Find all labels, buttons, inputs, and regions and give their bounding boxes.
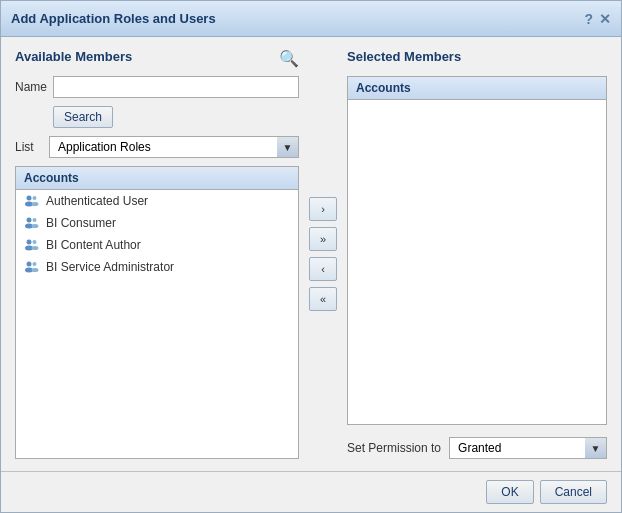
selected-members-title: Selected Members [347, 49, 461, 64]
right-panel-header: Selected Members [347, 49, 607, 68]
move-all-left-button[interactable]: « [309, 287, 337, 311]
move-right-button[interactable]: › [309, 197, 337, 221]
dialog-title: Add Application Roles and Users [11, 11, 216, 26]
svg-point-3 [32, 202, 39, 206]
svg-point-11 [32, 246, 39, 250]
name-row: Name [15, 76, 299, 98]
list-row: List Application Roles ▼ [15, 136, 299, 158]
permission-dropdown[interactable]: Granted Denied [449, 437, 607, 459]
user-group-icon [24, 215, 40, 231]
cancel-button[interactable]: Cancel [540, 480, 607, 504]
svg-point-0 [27, 196, 32, 201]
list-item-label: Authenticated User [46, 194, 148, 208]
available-members-title: Available Members [15, 49, 132, 64]
name-input[interactable] [53, 76, 299, 98]
close-icon[interactable]: ✕ [599, 11, 611, 27]
svg-point-14 [33, 262, 37, 266]
right-panel: Selected Members Accounts Set Permission… [347, 49, 607, 459]
user-group-icon [24, 237, 40, 253]
ok-button[interactable]: OK [486, 480, 533, 504]
available-members-header: Accounts [16, 167, 298, 190]
dialog: Add Application Roles and Users ? ✕ Avai… [0, 0, 622, 513]
list-dropdown[interactable]: Application Roles [49, 136, 299, 158]
list-item[interactable]: BI Service Administrator [16, 256, 298, 278]
permission-dropdown-wrapper: Granted Denied ▼ [449, 437, 607, 459]
move-left-button[interactable]: ‹ [309, 257, 337, 281]
selected-members-header: Accounts [348, 77, 606, 100]
list-item-label: BI Consumer [46, 216, 116, 230]
list-dropdown-wrapper: Application Roles ▼ [49, 136, 299, 158]
svg-point-6 [33, 218, 37, 222]
svg-point-4 [27, 218, 32, 223]
available-members-list: Accounts Authenticated User [15, 166, 299, 459]
left-panel-header: Available Members 🔍 [15, 49, 299, 68]
selected-members-list: Accounts [347, 76, 607, 425]
permission-row: Set Permission to Granted Denied ▼ [347, 437, 607, 459]
search-magnifier-icon[interactable]: 🔍 [279, 49, 299, 68]
svg-point-7 [32, 224, 39, 228]
search-button[interactable]: Search [53, 106, 113, 128]
svg-point-15 [32, 268, 39, 272]
middle-panel: › » ‹ « [307, 49, 339, 459]
left-panel: Available Members 🔍 Name Search List App… [15, 49, 299, 459]
dialog-body: Available Members 🔍 Name Search List App… [1, 37, 621, 471]
list-item[interactable]: BI Content Author [16, 234, 298, 256]
search-row: Search [15, 106, 299, 128]
list-item[interactable]: BI Consumer [16, 212, 298, 234]
svg-point-8 [27, 240, 32, 245]
list-item[interactable]: Authenticated User [16, 190, 298, 212]
list-item-label: BI Content Author [46, 238, 141, 252]
user-group-icon [24, 259, 40, 275]
dialog-footer: OK Cancel [1, 471, 621, 512]
dialog-titlebar: Add Application Roles and Users ? ✕ [1, 1, 621, 37]
svg-point-2 [33, 196, 37, 200]
permission-label: Set Permission to [347, 441, 441, 455]
move-all-right-button[interactable]: » [309, 227, 337, 251]
help-icon[interactable]: ? [584, 11, 593, 27]
list-label: List [15, 140, 43, 154]
svg-point-10 [33, 240, 37, 244]
user-group-icon [24, 193, 40, 209]
svg-point-12 [27, 262, 32, 267]
name-label: Name [15, 80, 47, 94]
list-item-label: BI Service Administrator [46, 260, 174, 274]
titlebar-icons: ? ✕ [584, 11, 611, 27]
